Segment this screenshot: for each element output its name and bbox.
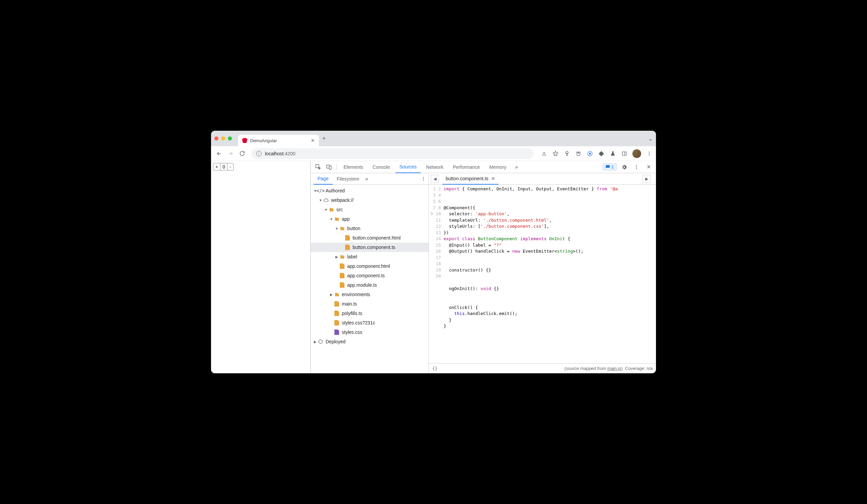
address-bar: i localhost:4200 — [211, 146, 656, 161]
editor-footer: {} (source mapped from main.js) Coverage… — [429, 363, 656, 373]
code-content: import { Component, OnInit, Input, Outpu… — [443, 185, 656, 363]
page-viewport: + 0 - — [211, 161, 310, 373]
window-close-button[interactable] — [214, 136, 218, 141]
svg-rect-5 — [622, 152, 626, 155]
svg-point-17 — [423, 178, 424, 179]
decrement-button[interactable]: - — [227, 163, 233, 170]
forward-button[interactable] — [226, 149, 235, 158]
svg-point-4 — [589, 153, 591, 154]
settings-gear-icon[interactable] — [620, 162, 629, 172]
bookmark-star-icon[interactable] — [552, 150, 559, 157]
svg-point-16 — [423, 177, 424, 177]
toggle-debugger-icon[interactable]: ▶ — [642, 175, 651, 183]
tree-styles-css[interactable]: styles.css — [311, 328, 428, 337]
url-text: localhost:4200 — [265, 151, 295, 156]
editor-tab[interactable]: button.component.ts ✕ — [442, 173, 499, 185]
sources-navigator: Page Filesystem » ▼</>Authored ▼webpack:… — [311, 173, 429, 373]
tabs-menu-icon[interactable]: ⌄ — [648, 135, 653, 142]
more-tabs-icon[interactable]: » — [512, 162, 521, 172]
back-button[interactable] — [214, 149, 224, 158]
content-area: + 0 - Elements Console Sources Network P… — [211, 161, 656, 373]
tree-webpack[interactable]: ▼webpack:// — [311, 195, 428, 205]
tree-button-html[interactable]: button.component.html — [311, 233, 428, 243]
traffic-lights — [214, 136, 232, 141]
issues-count: 1 — [611, 164, 614, 169]
devtools-menu-icon[interactable] — [632, 162, 641, 172]
svg-point-14 — [636, 166, 637, 167]
inspect-element-icon[interactable] — [313, 162, 323, 172]
nav-tab-page[interactable]: Page — [313, 173, 333, 185]
tab-sources[interactable]: Sources — [395, 161, 421, 173]
editor-tab-close-icon[interactable]: ✕ — [491, 176, 495, 181]
tab-performance[interactable]: Performance — [449, 161, 484, 173]
device-toolbar-icon[interactable] — [324, 162, 334, 172]
extension-icon-3[interactable] — [587, 150, 593, 157]
tree-polyfills[interactable]: polyfills.ts — [311, 309, 428, 318]
nav-tab-filesystem[interactable]: Filesystem — [333, 173, 363, 185]
tree-app[interactable]: ▼app — [311, 214, 428, 224]
tree-button-ts[interactable]: button.component.ts — [311, 243, 428, 252]
panel-icon[interactable] — [621, 150, 628, 157]
sources-nav-tabs: Page Filesystem » — [311, 173, 428, 185]
tab-console[interactable]: Console — [368, 161, 394, 173]
editor-tabs: ◀ button.component.ts ✕ ▶ — [429, 173, 656, 185]
window-minimize-button[interactable] — [221, 136, 225, 141]
devtools-body: Page Filesystem » ▼</>Authored ▼webpack:… — [311, 173, 656, 373]
tree-styles-q[interactable]: styles.css?231c — [311, 318, 428, 328]
issues-icon — [606, 165, 610, 169]
toolbar-icons — [541, 149, 653, 158]
angular-favicon — [242, 138, 247, 143]
tab-memory[interactable]: Memory — [485, 161, 511, 173]
profile-avatar[interactable] — [632, 149, 641, 158]
tree-button-folder[interactable]: ▼button — [311, 224, 428, 233]
svg-rect-12 — [329, 166, 331, 169]
site-info-icon[interactable]: i — [256, 151, 261, 156]
coverage-text: Coverage: n/a — [625, 366, 653, 371]
tree-app-ts[interactable]: app.component.ts — [311, 271, 428, 280]
toggle-navigator-icon[interactable]: ◀ — [431, 175, 439, 183]
editor-pane: ◀ button.component.ts ✕ ▶ 1 2 3 4 5 6 7 … — [429, 173, 656, 373]
counter-value: 0 — [221, 163, 227, 170]
devtools-tabs: Elements Console Sources Network Perform… — [311, 161, 656, 173]
pretty-print-icon[interactable]: {} — [432, 366, 438, 371]
increment-button[interactable]: + — [213, 163, 221, 170]
tree-label-folder[interactable]: ▶label — [311, 252, 428, 261]
svg-point-2 — [579, 152, 580, 153]
tree-environments[interactable]: ▶environments — [311, 290, 428, 299]
extensions-puzzle-icon[interactable] — [598, 150, 605, 157]
nav-more-icon[interactable]: » — [365, 176, 368, 182]
tree-authored[interactable]: ▼</>Authored — [311, 186, 428, 195]
labs-flask-icon[interactable] — [609, 150, 616, 157]
extension-icon-2[interactable] — [575, 150, 582, 157]
browser-tab-bar: DemoAngular ✕ + ⌄ — [211, 131, 656, 146]
nav-menu-icon[interactable] — [421, 176, 426, 181]
new-tab-button[interactable]: + — [322, 135, 326, 142]
svg-point-15 — [636, 168, 637, 169]
divider — [336, 164, 337, 170]
window-maximize-button[interactable] — [228, 136, 232, 141]
tree-deployed[interactable]: ▶Deployed — [311, 337, 428, 346]
editor-tab-label: button.component.ts — [446, 176, 489, 181]
source-map-link[interactable]: main.js — [608, 366, 621, 371]
share-icon[interactable] — [541, 150, 547, 157]
code-editor[interactable]: 1 2 3 4 5 6 7 8 9 10 11 12 13 14 15 16 1… — [429, 185, 656, 363]
browser-window: DemoAngular ✕ + ⌄ i localhost:4200 — [211, 131, 656, 373]
browser-tab[interactable]: DemoAngular ✕ — [238, 135, 319, 146]
tab-network[interactable]: Network — [422, 161, 447, 173]
line-gutter: 1 2 3 4 5 6 7 8 9 10 11 12 13 14 15 16 1… — [429, 185, 443, 363]
tab-elements[interactable]: Elements — [340, 161, 367, 173]
devtools-close-icon[interactable]: ✕ — [644, 162, 653, 172]
footer-info: (source mapped from main.js) Coverage: n… — [564, 366, 653, 371]
reload-button[interactable] — [237, 149, 247, 158]
tab-close-icon[interactable]: ✕ — [311, 138, 315, 143]
devtools-panel: Elements Console Sources Network Perform… — [310, 161, 656, 373]
svg-point-7 — [649, 152, 650, 153]
tree-src[interactable]: ▼src — [311, 205, 428, 214]
tree-app-module[interactable]: app.module.ts — [311, 280, 428, 290]
issues-badge[interactable]: 1 — [602, 163, 617, 171]
extension-icon-1[interactable] — [564, 150, 570, 157]
tree-app-html[interactable]: app.component.html — [311, 261, 428, 271]
tree-main-ts[interactable]: main.ts — [311, 299, 428, 309]
browser-menu-icon[interactable] — [646, 150, 653, 157]
url-bar[interactable]: i localhost:4200 — [251, 148, 533, 159]
